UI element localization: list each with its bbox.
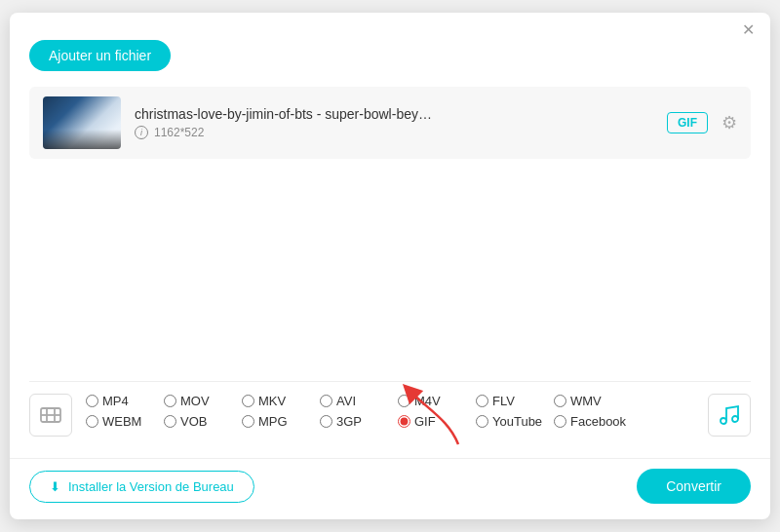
format-youtube[interactable]: YouTube — [476, 414, 554, 429]
file-info: christmas-love-by-jimin-of-bts - super-b… — [135, 106, 653, 139]
format-mkv[interactable]: MKV — [242, 394, 320, 408]
music-format-icon — [708, 394, 751, 437]
install-label: Installer la Version de Bureau — [68, 479, 234, 494]
close-button[interactable]: ✕ — [736, 20, 760, 40]
file-name: christmas-love-by-jimin-of-bts - super-b… — [135, 106, 653, 122]
format-avi[interactable]: AVI — [320, 394, 398, 408]
format-grid: MP4 MOV MKV AVI — [86, 394, 694, 437]
format-mp4[interactable]: MP4 — [86, 394, 164, 408]
format-facebook[interactable]: Facebook — [554, 414, 632, 429]
format-mov[interactable]: MOV — [164, 394, 242, 408]
format-row-2: WEBM VOB MPG 3GP — [86, 414, 694, 429]
bottom-bar: ⬇ Installer la Version de Bureau Convert… — [10, 458, 770, 519]
format-gif[interactable]: GIF — [398, 414, 476, 429]
title-bar: ✕ — [10, 13, 770, 40]
format-flv[interactable]: FLV — [476, 394, 554, 408]
format-3gp[interactable]: 3GP — [320, 414, 398, 429]
format-badge: GIF — [667, 112, 708, 133]
format-row-1: MP4 MOV MKV AVI — [86, 394, 694, 408]
file-meta: i 1162*522 — [135, 126, 653, 139]
format-vob[interactable]: VOB — [164, 414, 242, 429]
svg-point-5 — [732, 416, 738, 422]
format-wmv[interactable]: WMV — [554, 394, 632, 408]
convert-button[interactable]: Convertir — [637, 469, 751, 504]
format-m4v[interactable]: M4V — [398, 394, 476, 408]
content-area: Ajouter un fichier christmas-love-by-jim… — [10, 40, 770, 458]
install-button[interactable]: ⬇ Installer la Version de Bureau — [29, 471, 254, 503]
add-file-button[interactable]: Ajouter un fichier — [29, 40, 171, 71]
video-format-icon — [29, 394, 72, 437]
download-icon: ⬇ — [50, 479, 60, 494]
file-dimensions: 1162*522 — [154, 126, 204, 139]
svg-point-4 — [721, 418, 726, 424]
format-webm[interactable]: WEBM — [86, 414, 164, 429]
file-row: christmas-love-by-jimin-of-bts - super-b… — [29, 87, 751, 159]
main-window: ✕ Ajouter un fichier christmas-love-by-j… — [10, 13, 770, 519]
format-mpg[interactable]: MPG — [242, 414, 320, 429]
format-rows: MP4 MOV MKV AVI — [29, 394, 751, 437]
format-section: MP4 MOV MKV AVI — [29, 381, 751, 437]
settings-icon[interactable]: ⚙ — [722, 112, 737, 133]
file-thumbnail — [43, 96, 121, 149]
info-icon: i — [135, 126, 148, 139]
